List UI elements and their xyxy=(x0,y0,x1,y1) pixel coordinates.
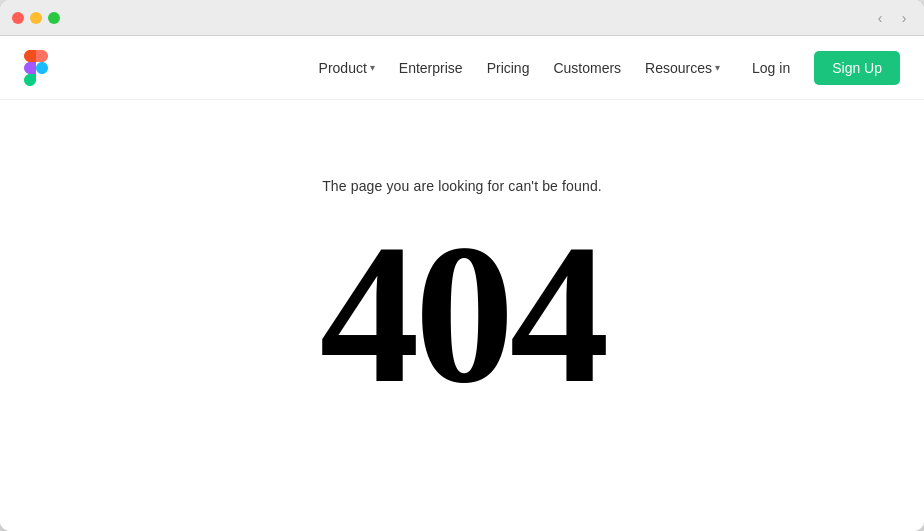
minimize-button[interactable] xyxy=(30,12,42,24)
logo[interactable] xyxy=(24,50,48,86)
chevron-down-icon: ▾ xyxy=(370,62,375,73)
nav-product[interactable]: Product ▾ xyxy=(319,60,375,76)
browser-titlebar: ‹ › xyxy=(0,0,924,36)
nav-customers[interactable]: Customers xyxy=(553,60,621,76)
chevron-down-icon: ▾ xyxy=(715,62,720,73)
login-button[interactable]: Log in xyxy=(740,52,802,84)
browser-window: ‹ › Product ▾ En xyxy=(0,0,924,531)
nav-pricing[interactable]: Pricing xyxy=(487,60,530,76)
signup-button[interactable]: Sign Up xyxy=(814,51,900,85)
nav-links: Product ▾ Enterprise Pricing Customers R… xyxy=(319,60,720,76)
maximize-button[interactable] xyxy=(48,12,60,24)
forward-arrow-icon[interactable]: › xyxy=(896,10,912,26)
error-code: 404 xyxy=(320,214,605,414)
navbar: Product ▾ Enterprise Pricing Customers R… xyxy=(0,36,924,100)
nav-enterprise[interactable]: Enterprise xyxy=(399,60,463,76)
browser-content: Product ▾ Enterprise Pricing Customers R… xyxy=(0,36,924,531)
main-content: The page you are looking for can't be fo… xyxy=(0,100,924,531)
nav-resources[interactable]: Resources ▾ xyxy=(645,60,720,76)
browser-nav: ‹ › xyxy=(872,10,912,26)
close-button[interactable] xyxy=(12,12,24,24)
not-found-message: The page you are looking for can't be fo… xyxy=(322,178,602,194)
nav-actions: Log in Sign Up xyxy=(740,51,900,85)
back-arrow-icon[interactable]: ‹ xyxy=(872,10,888,26)
traffic-lights xyxy=(12,12,60,24)
